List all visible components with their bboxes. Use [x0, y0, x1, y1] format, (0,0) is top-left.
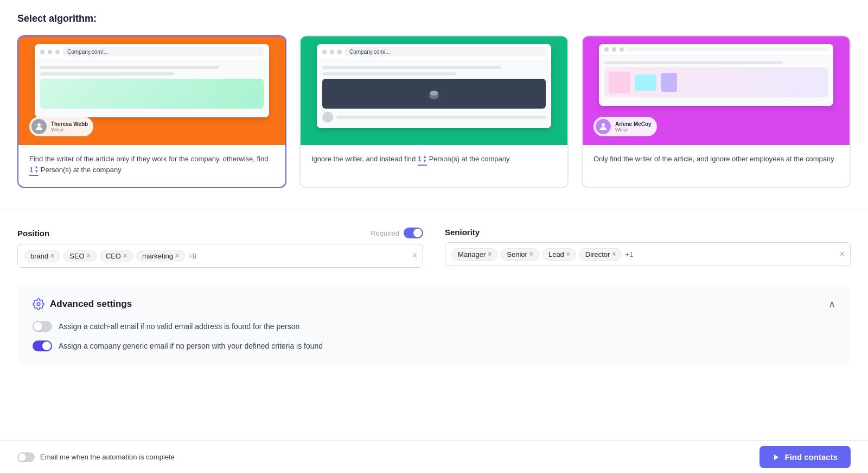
browser-dot [612, 47, 616, 52]
browser-line [322, 66, 501, 69]
advanced-settings-header[interactable]: Advanced settings ∧ [33, 298, 835, 310]
browser-dot [604, 47, 609, 52]
card-person-3: Arlene McCoy Writer [593, 117, 657, 136]
browser-url-2: Company.com/... [345, 47, 546, 56]
email-toggle-knob [18, 453, 26, 461]
toggle-label-2: Assign a company generic email if no per… [59, 342, 323, 350]
page-title: Select algorithm: [17, 13, 851, 24]
seniority-label: Seniority [445, 228, 480, 237]
position-tag-marketing-remove[interactable]: × [175, 253, 179, 259]
required-toggle-switch[interactable] [404, 228, 423, 238]
card-text-2: Ignore the writer, and instead find 1 ▲▼… [301, 145, 567, 176]
browser-content-2 [317, 60, 551, 128]
browser-dot [40, 50, 44, 54]
fields-row: Position Required brand × SEO × [17, 228, 851, 268]
card-image-2: Company.com/... [301, 36, 567, 145]
algorithm-cards-container: Company.com/... [17, 35, 851, 188]
browser-bar-2: Company.com/... [317, 44, 551, 60]
toggle-knob-1 [34, 322, 42, 331]
algorithm-card-1[interactable]: Company.com/... [17, 35, 286, 188]
card-desc-after-1: Person(s) at the company [41, 166, 122, 174]
svg-marker-5 [774, 454, 778, 460]
advanced-settings-title: Advanced settings [33, 298, 132, 310]
position-label: Position [17, 229, 49, 238]
algorithm-card-3[interactable]: Arlene McCoy Writer Only find the writer… [582, 35, 851, 188]
email-label: Email me when the automation is complete [40, 453, 175, 461]
svg-point-3 [602, 123, 605, 127]
spinner-arrows-2[interactable]: ▲▼ [423, 155, 427, 163]
seniority-more-count: +1 [625, 250, 633, 258]
svg-point-4 [37, 302, 40, 306]
catchall-email-toggle[interactable] [33, 321, 52, 332]
coffee-image [322, 79, 546, 109]
gear-icon [33, 298, 44, 310]
generic-email-toggle[interactable] [33, 340, 52, 351]
card-desc-before-2: Ignore the writer, and instead find [311, 155, 416, 163]
chevron-up-icon[interactable]: ∧ [828, 298, 835, 310]
required-text: Required [371, 229, 399, 237]
plant-image [40, 79, 264, 109]
position-tag-ceo: CEO × [100, 250, 133, 262]
seniority-tag-lead-remove[interactable]: × [566, 251, 570, 257]
position-label-row: Position Required [17, 228, 423, 238]
avatar-3 [596, 119, 611, 134]
seniority-clear-button[interactable]: × [840, 249, 845, 259]
email-toggle-row: Email me when the automation is complete [17, 452, 175, 462]
toggle-knob [413, 229, 422, 237]
position-tag-brand-remove[interactable]: × [50, 253, 54, 259]
browser-url: Company.com/... [63, 47, 264, 56]
card-person-1: Theresa Webb Writer [29, 117, 93, 136]
person-role-1: Writer [51, 127, 88, 133]
browser-line [604, 61, 783, 64]
browser-bar: Company.com/... [35, 44, 269, 60]
seniority-tag-director-remove[interactable]: × [612, 251, 616, 257]
algorithm-card-2[interactable]: Company.com/... [299, 35, 569, 188]
position-tag-brand: brand × [24, 250, 60, 262]
card-number-2[interactable]: 1 ▲▼ [418, 154, 427, 166]
toggle-label-1: Assign a catch-all email if no valid ema… [59, 322, 299, 331]
browser-dot [48, 50, 52, 54]
svg-point-2 [430, 91, 438, 96]
advanced-settings-label: Advanced settings [50, 299, 132, 310]
seniority-tag-director: Director × [579, 248, 622, 261]
person-role-3: Writer [615, 127, 652, 133]
toggle-row-1: Assign a catch-all email if no valid ema… [33, 321, 835, 332]
find-contacts-button[interactable]: Find contacts [760, 446, 851, 468]
seniority-tag-input[interactable]: Manager × Senior × Lead × Director × +1 … [445, 242, 851, 266]
browser-line [322, 72, 456, 75]
card-image-1: Company.com/... [18, 36, 285, 145]
position-tag-input[interactable]: brand × SEO × CEO × marketing × +8 × [17, 244, 423, 268]
position-clear-button[interactable]: × [412, 251, 417, 261]
toggle-row-2: Assign a company generic email if no per… [33, 340, 835, 351]
card-text-1: Find the writer of the article only if t… [18, 145, 285, 187]
bottom-bar: Email me when the automation is complete… [0, 440, 868, 473]
email-toggle[interactable] [17, 452, 35, 462]
position-tag-marketing: marketing × [136, 250, 185, 262]
seniority-label-row: Seniority [445, 228, 851, 237]
position-more-count: +8 [188, 252, 196, 260]
toggle-knob-2 [42, 342, 51, 350]
find-contacts-label: Find contacts [784, 452, 838, 462]
spinner-arrows-1[interactable]: ▲▼ [34, 165, 39, 174]
position-tag-seo: SEO × [63, 250, 96, 262]
person-info-1: Theresa Webb Writer [51, 121, 88, 133]
person-name-3: Arlene McCoy [615, 121, 652, 127]
seniority-tag-lead: Lead × [542, 248, 576, 261]
seniority-field-group: Seniority Manager × Senior × Lead × Dire… [445, 228, 851, 266]
avatar-1 [31, 119, 47, 134]
position-tag-ceo-remove[interactable]: × [123, 253, 127, 259]
browser-dot [322, 50, 327, 54]
person-info-3: Arlene McCoy Writer [615, 121, 652, 133]
browser-content-3 [599, 55, 833, 106]
seniority-tag-senior-remove[interactable]: × [529, 251, 533, 257]
browser-dot [337, 50, 342, 54]
advanced-settings-section: Advanced settings ∧ Assign a catch-all e… [17, 285, 851, 364]
position-tag-seo-remove[interactable]: × [87, 253, 91, 259]
browser-line [40, 66, 219, 69]
play-icon [773, 453, 780, 461]
seniority-tag-manager-remove[interactable]: × [488, 251, 492, 257]
browser-content [35, 60, 269, 117]
card-number-1[interactable]: 1 ▲▼ [29, 165, 39, 176]
svg-point-0 [37, 123, 41, 127]
seniority-tag-manager: Manager × [452, 248, 497, 261]
